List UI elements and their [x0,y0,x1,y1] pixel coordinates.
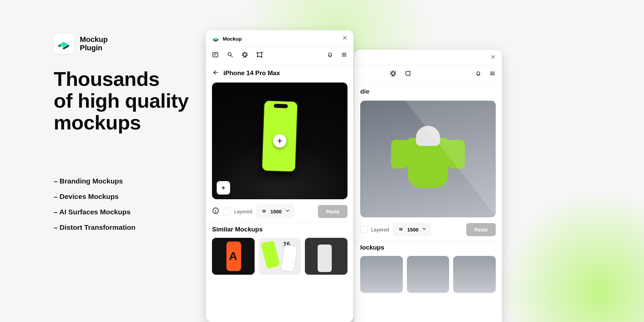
feature-item: – Branding Mockups [54,177,201,185]
plugin-window-front: Mockup iPhone 14 Pro Max [206,30,354,322]
close-icon[interactable] [490,54,496,61]
headline: Thousands of high quality mockups [54,68,201,133]
back-arrow-icon[interactable] [212,69,219,77]
svg-point-7 [261,56,262,57]
similar-thumb[interactable] [453,256,496,293]
svg-point-6 [261,52,262,53]
menu-icon[interactable] [341,51,347,59]
layered-label: Layered [371,227,389,232]
chevron-down-icon[interactable] [284,208,290,215]
burst-icon[interactable] [241,51,248,59]
paste-button[interactable]: Paste [466,223,496,236]
mockup-preview[interactable] [360,101,496,217]
layered-toggle[interactable]: Layered [223,208,252,215]
chevron-down-icon[interactable] [421,226,427,233]
add-design-button[interactable] [273,134,286,148]
similar-thumb[interactable]: 16 [259,238,301,275]
brand-block: Mockup Plugin [54,34,201,54]
similar-thumb[interactable] [360,256,403,293]
svg-point-4 [228,52,231,56]
svg-point-5 [257,53,258,54]
brand-logo-icon [54,34,74,54]
paste-button[interactable]: Paste [318,205,347,218]
svg-point-8 [257,56,258,57]
brand-name: Mockup Plugin [80,35,108,52]
feature-item: – Devices Mockups [54,193,201,201]
marketing-panel: Mockup Plugin Thousands of high quality … [54,34,201,239]
bell-icon[interactable] [327,51,333,59]
layered-label: Layered [234,209,252,214]
library-icon[interactable] [212,51,219,59]
layered-toggle[interactable]: Layered [360,226,389,233]
window-title: Mockup [223,36,242,42]
width-value: 1500 [270,209,281,214]
checkbox-icon[interactable] [223,208,231,215]
menu-icon[interactable] [489,70,496,78]
similar-heading: lockups [354,241,502,256]
similar-thumb[interactable] [407,256,449,293]
bell-icon[interactable] [475,70,482,78]
close-icon[interactable] [342,35,347,42]
width-prefix: W [397,226,405,233]
plugin-window-back: die Layered W 1500 Paste lockups [354,50,502,322]
burst-icon[interactable] [390,70,396,78]
add-layer-button[interactable] [217,181,230,195]
distort-icon[interactable] [405,70,411,78]
breadcrumb-title: die [360,88,369,95]
checkbox-icon[interactable] [360,226,368,233]
width-prefix: W [260,208,268,215]
search-icon[interactable] [227,51,233,59]
breadcrumb-title: iPhone 14 Pro Max [223,69,280,77]
similar-thumb[interactable] [305,238,347,275]
feature-item: – Distort Transformation [54,223,201,231]
mockup-preview[interactable] [212,83,347,199]
width-select[interactable]: W 1500 [256,205,294,218]
similar-thumb[interactable]: A [212,238,255,275]
width-select[interactable]: W 1500 [393,223,431,236]
plugin-logo-icon [212,35,219,42]
feature-item: – AI Surfaces Mockups [54,208,201,216]
distort-icon[interactable] [256,51,263,59]
width-value: 1500 [407,227,418,232]
svg-rect-0 [59,47,63,49]
feature-list: – Branding Mockups – Devices Mockups – A… [54,177,201,231]
similar-heading: Similar Mockups [206,223,354,238]
info-icon[interactable] [212,207,219,216]
